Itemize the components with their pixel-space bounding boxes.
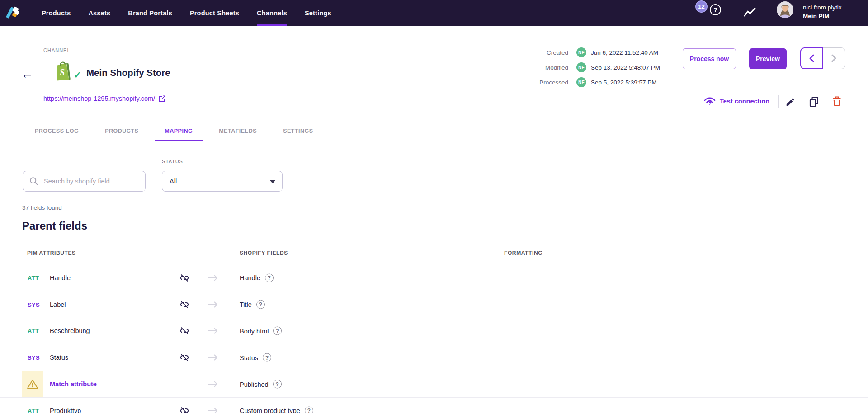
unlink-icon[interactable] — [179, 300, 189, 310]
help-icon[interactable] — [265, 273, 274, 282]
plytix-logo-icon[interactable] — [5, 5, 22, 21]
tab-metafields[interactable]: METAFIELDS — [209, 122, 267, 141]
unlink-icon[interactable] — [179, 273, 189, 283]
table-row: ATT Handle Handle — [0, 265, 868, 291]
shopify-field-name: Handle — [240, 274, 260, 282]
unlink-icon[interactable] — [179, 352, 189, 362]
meta-label: Modified — [506, 64, 568, 71]
user-initials-avatar: NF — [576, 47, 586, 57]
status-filter-label: STATUS — [162, 159, 183, 164]
results-count: 37 fields found — [22, 204, 62, 211]
help-icon[interactable] — [273, 380, 282, 389]
shopify-field-name: Title — [240, 301, 252, 308]
nav-item-settings[interactable]: Settings — [305, 0, 331, 26]
pim-badge: ATT — [28, 274, 39, 281]
column-header-pim-attributes: PIM ATTRIBUTES — [27, 250, 76, 256]
search-icon — [29, 177, 38, 186]
table-row: SYS Status Status — [0, 344, 868, 371]
nav-item-channels[interactable]: Channels — [257, 0, 287, 26]
table-row: SYS Label Title — [0, 291, 868, 318]
pim-attribute-name: Handle — [50, 274, 71, 282]
table-row: ATT Produkttyp Custom product type — [0, 398, 868, 413]
test-connection-label: Test connection — [720, 98, 769, 105]
top-nav: Products Assets Brand Portals Product Sh… — [0, 0, 868, 26]
pim-attribute-name: Produkttyp — [50, 407, 81, 413]
actions-divider — [778, 95, 779, 108]
user-avatar[interactable] — [777, 1, 793, 18]
shopify-field-name: Published — [240, 380, 269, 388]
user-initials-avatar: NF — [576, 77, 586, 87]
preview-button[interactable]: Preview — [749, 48, 787, 69]
help-icon[interactable] — [263, 353, 271, 362]
column-header-shopify-fields: SHOPIFY FIELDS — [240, 250, 288, 256]
chevron-down-icon — [270, 180, 275, 183]
shopify-field-cell: Published — [240, 380, 282, 389]
tab-process-log[interactable]: PROCESS LOG — [25, 122, 89, 141]
channel-type-label: CHANNEL — [43, 47, 71, 53]
meta-row-modified: Modified NF Sep 13, 2022 5:48:07 PM — [506, 61, 660, 73]
workspace-name: Mein PIM — [803, 12, 842, 20]
nav-item-products[interactable]: Products — [42, 0, 71, 26]
unlink-icon[interactable] — [179, 406, 189, 413]
meta-value: Sep 13, 2022 5:48:07 PM — [591, 64, 660, 71]
mapping-arrow-icon — [207, 353, 219, 361]
pim-attribute-name: Beschreibung — [50, 327, 90, 334]
analytics-icon[interactable] — [743, 7, 757, 19]
main-menu: Products Assets Brand Portals Product Sh… — [42, 0, 331, 26]
pim-badge: ATT — [28, 407, 39, 413]
nav-item-brand-portals[interactable]: Brand Portals — [128, 0, 172, 26]
test-connection-button[interactable]: Test connection — [704, 96, 769, 106]
shopify-field-cell: Status — [240, 353, 271, 362]
previous-channel-button[interactable] — [800, 47, 823, 69]
search-input[interactable] — [43, 177, 139, 185]
meta-label: Processed — [506, 79, 568, 86]
meta-label: Created — [506, 49, 568, 56]
connection-signal-icon — [704, 96, 716, 106]
copy-icon — [809, 96, 819, 107]
connection-ok-check-icon: ✓ — [74, 70, 81, 80]
next-channel-button[interactable] — [823, 47, 845, 69]
channel-url-link[interactable]: https://meinshop-1295.myshopify.com/ — [43, 95, 165, 102]
tab-products[interactable]: PRODUCTS — [95, 122, 148, 141]
chevron-left-icon — [809, 54, 814, 62]
external-link-icon — [159, 95, 165, 102]
help-menu-icon[interactable]: ? — [710, 4, 721, 15]
nav-item-product-sheets[interactable]: Product Sheets — [190, 0, 239, 26]
unlink-icon[interactable] — [179, 326, 189, 336]
delete-channel-button[interactable] — [832, 96, 842, 108]
nav-item-assets[interactable]: Assets — [88, 0, 110, 26]
shopify-field-name: Status — [240, 354, 258, 361]
help-icon[interactable] — [305, 406, 313, 413]
mapping-arrow-icon — [207, 300, 219, 309]
mapping-arrow-icon — [207, 327, 219, 335]
help-icon[interactable] — [273, 327, 282, 335]
tab-mapping[interactable]: MAPPING — [155, 122, 203, 141]
tab-settings[interactable]: SETTINGS — [273, 122, 323, 141]
pim-badge: ATT — [28, 328, 39, 334]
edit-channel-button[interactable] — [785, 97, 795, 108]
user-initials-avatar: NF — [576, 62, 586, 72]
pim-badge: SYS — [28, 301, 40, 308]
search-field — [23, 171, 146, 192]
section-title: Parent fields — [22, 220, 87, 232]
pim-attribute-name[interactable]: Match attribute — [50, 380, 97, 388]
shopify-field-cell: Custom product type — [240, 406, 313, 413]
warning-cell — [22, 371, 43, 397]
help-icon[interactable] — [256, 300, 265, 309]
status-filter-dropdown[interactable]: All — [162, 171, 283, 192]
shopify-field-cell: Handle — [240, 273, 274, 282]
back-button[interactable]: ← — [21, 68, 33, 80]
shopify-field-cell: Title — [240, 300, 265, 309]
channel-meta: Created NF Jun 6, 2022 11:52:40 AM Modif… — [506, 47, 660, 91]
shopify-field-cell: Body html — [240, 327, 282, 335]
pim-attribute-name: Status — [50, 354, 68, 361]
notification-badge[interactable]: 12 — [695, 0, 708, 13]
process-now-button[interactable]: Process now — [683, 48, 736, 69]
table-row: ATT Beschreibung Body html — [0, 318, 868, 345]
meta-value: Jun 6, 2022 11:52:40 AM — [591, 49, 658, 56]
mapping-arrow-icon — [207, 407, 219, 413]
duplicate-channel-button[interactable] — [809, 96, 819, 108]
channel-tabs: PROCESS LOG PRODUCTS MAPPING METAFIELDS … — [0, 122, 868, 141]
user-name: nici from plytix — [803, 3, 842, 12]
user-menu[interactable]: nici from plytix Mein PIM — [803, 3, 842, 20]
